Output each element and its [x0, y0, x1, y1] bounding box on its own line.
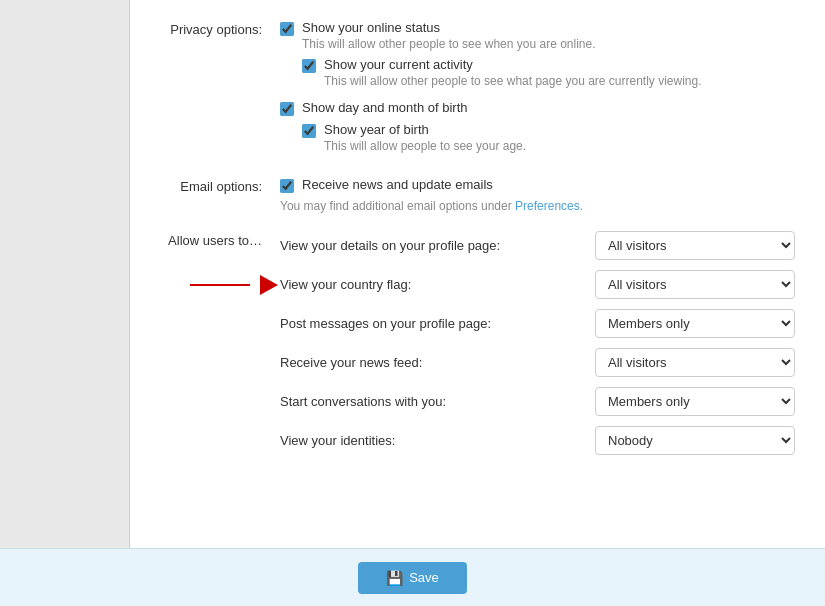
email-label: Email options: — [150, 177, 280, 194]
view-details-select[interactable]: All visitors Members only Nobody — [595, 231, 795, 260]
save-button[interactable]: 💾 Save — [358, 562, 467, 594]
post-messages-label: Post messages on your profile page: — [280, 316, 595, 331]
sidebar — [0, 0, 130, 548]
conversations-select[interactable]: All visitors Members only Nobody — [595, 387, 795, 416]
privacy-controls: Show your online status This will allow … — [280, 20, 795, 159]
online-status-sublabel: This will allow other people to see when… — [302, 37, 596, 51]
allow-news-feed-row: Receive your news feed: All visitors Mem… — [280, 348, 795, 377]
current-activity-sublabel: This will allow other people to see what… — [324, 74, 702, 88]
news-feed-label: Receive your news feed: — [280, 355, 595, 370]
online-status-checkbox[interactable] — [280, 22, 294, 36]
email-note: You may find additional email options un… — [280, 199, 795, 213]
birth-month-row: Show day and month of birth — [280, 100, 795, 116]
red-arrow-icon — [260, 275, 278, 295]
view-details-label: View your details on your profile page: — [280, 238, 595, 253]
allow-users-controls: View your details on your profile page: … — [280, 231, 795, 465]
email-section: Email options: Receive news and update e… — [150, 177, 795, 213]
conversations-label: Start conversations with you: — [280, 394, 595, 409]
receive-news-row: Receive news and update emails — [280, 177, 795, 193]
allow-view-details-row: View your details on your profile page: … — [280, 231, 795, 260]
online-status-label[interactable]: Show your online status — [302, 20, 596, 35]
birth-month-label[interactable]: Show day and month of birth — [302, 100, 468, 115]
current-activity-checkbox[interactable] — [302, 59, 316, 73]
post-messages-select[interactable]: All visitors Members only Nobody — [595, 309, 795, 338]
allow-view-flag-row: View your country flag: All visitors Mem… — [280, 270, 795, 299]
birth-month-label-group: Show day and month of birth — [302, 100, 468, 115]
privacy-label: Privacy options: — [150, 20, 280, 37]
view-flag-select[interactable]: All visitors Members only Nobody — [595, 270, 795, 299]
receive-news-label[interactable]: Receive news and update emails — [302, 177, 493, 192]
receive-news-label-group: Receive news and update emails — [302, 177, 493, 192]
main-content: Privacy options: Show your online status… — [0, 0, 825, 548]
content-area: Privacy options: Show your online status… — [130, 0, 825, 548]
preferences-link[interactable]: Preferences — [515, 199, 580, 213]
birth-year-row: Show year of birth This will allow peopl… — [302, 122, 795, 153]
identities-select[interactable]: All visitors Members only Nobody — [595, 426, 795, 455]
arrow-line — [190, 284, 250, 286]
birth-year-label-group: Show year of birth This will allow peopl… — [324, 122, 526, 153]
receive-news-checkbox[interactable] — [280, 179, 294, 193]
online-status-row: Show your online status This will allow … — [280, 20, 795, 51]
news-feed-select[interactable]: All visitors Members only Nobody — [595, 348, 795, 377]
allow-identities-row: View your identities: All visitors Membe… — [280, 426, 795, 455]
allow-post-messages-row: Post messages on your profile page: All … — [280, 309, 795, 338]
email-note-suffix: . — [580, 199, 583, 213]
allow-users-label: Allow users to… — [150, 231, 280, 248]
allow-conversations-row: Start conversations with you: All visito… — [280, 387, 795, 416]
arrow-indicator — [190, 275, 278, 295]
footer-bar: 💾 Save — [0, 548, 825, 606]
birth-year-checkbox[interactable] — [302, 124, 316, 138]
birth-year-sublabel: This will allow people to see your age. — [324, 139, 526, 153]
allow-users-section: Allow users to… View your details on you… — [150, 231, 795, 465]
birth-month-checkbox[interactable] — [280, 102, 294, 116]
identities-label: View your identities: — [280, 433, 595, 448]
privacy-section: Privacy options: Show your online status… — [150, 20, 795, 159]
email-controls: Receive news and update emails You may f… — [280, 177, 795, 213]
email-note-prefix: You may find additional email options un… — [280, 199, 515, 213]
current-activity-row: Show your current activity This will all… — [302, 57, 795, 88]
save-label: Save — [409, 570, 439, 585]
view-flag-label: View your country flag: — [280, 277, 595, 292]
birth-year-label[interactable]: Show year of birth — [324, 122, 526, 137]
current-activity-label[interactable]: Show your current activity — [324, 57, 702, 72]
save-icon: 💾 — [386, 570, 403, 586]
current-activity-label-group: Show your current activity This will all… — [324, 57, 702, 88]
online-status-label-group: Show your online status This will allow … — [302, 20, 596, 51]
